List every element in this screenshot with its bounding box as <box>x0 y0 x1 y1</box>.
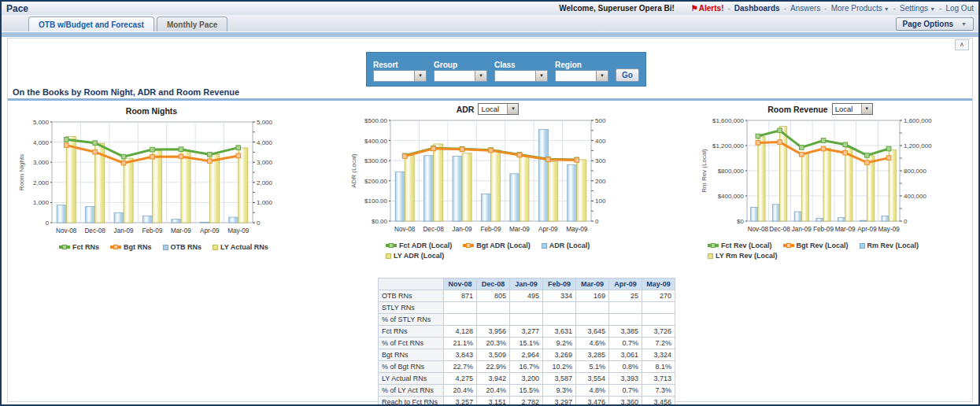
filter-region: Region▼ <box>555 61 608 82</box>
line-marker[interactable] <box>179 147 183 152</box>
bar[interactable] <box>758 137 765 221</box>
collapse-section-icon[interactable]: ∧ <box>955 39 969 50</box>
line-marker[interactable] <box>865 161 870 165</box>
bar[interactable] <box>794 212 801 221</box>
nav-answers[interactable]: Answers <box>790 4 820 13</box>
line-marker[interactable] <box>460 147 464 152</box>
nav-alerts[interactable]: ⚑Alerts! <box>691 4 724 13</box>
bar[interactable] <box>405 155 414 221</box>
line-marker[interactable] <box>489 148 494 153</box>
line-marker[interactable] <box>778 128 782 133</box>
bar[interactable] <box>395 172 405 221</box>
bar[interactable] <box>434 144 443 221</box>
filter-select-resort[interactable]: ▼ <box>373 70 427 82</box>
bar[interactable] <box>838 218 845 221</box>
bar[interactable] <box>200 222 209 223</box>
bar[interactable] <box>823 148 830 221</box>
line-marker[interactable] <box>150 147 155 152</box>
bar[interactable] <box>181 151 190 223</box>
line-marker[interactable] <box>236 153 241 158</box>
line-marker[interactable] <box>121 161 126 165</box>
bar[interactable] <box>577 160 586 221</box>
bar[interactable] <box>209 154 219 223</box>
line-marker[interactable] <box>756 141 760 146</box>
line-marker[interactable] <box>756 134 760 138</box>
line-marker[interactable] <box>431 146 436 151</box>
line-marker[interactable] <box>886 156 891 161</box>
bar[interactable] <box>424 156 434 221</box>
filter-select-class[interactable]: ▼ <box>494 70 548 82</box>
bar[interactable] <box>520 155 529 221</box>
line-marker[interactable] <box>93 149 98 154</box>
bar[interactable] <box>86 206 95 223</box>
line-marker[interactable] <box>64 138 68 142</box>
nav-more-products[interactable]: More Products▼ <box>831 4 889 13</box>
legend-line-marker <box>110 245 121 249</box>
table-cell <box>510 314 543 326</box>
bar[interactable] <box>801 153 808 221</box>
bar[interactable] <box>860 220 867 221</box>
room-revenue-measure-select[interactable]: Local▼ <box>832 103 873 115</box>
bar[interactable] <box>114 212 124 223</box>
bar[interactable] <box>453 157 462 221</box>
line-marker[interactable] <box>843 150 848 155</box>
bar[interactable] <box>568 164 577 221</box>
line-marker[interactable] <box>402 154 407 159</box>
line-marker[interactable] <box>821 138 826 143</box>
table-cell: 9.3% <box>543 385 576 397</box>
line-marker[interactable] <box>865 153 870 158</box>
bar[interactable] <box>142 216 152 223</box>
bar[interactable] <box>239 148 248 223</box>
bar[interactable] <box>882 216 889 221</box>
bar[interactable] <box>867 156 874 221</box>
bar[interactable] <box>481 194 490 221</box>
line-marker[interactable] <box>64 143 68 148</box>
bar[interactable] <box>845 147 852 221</box>
bar[interactable] <box>510 174 520 221</box>
line-marker[interactable] <box>799 146 804 150</box>
line-marker[interactable] <box>208 159 213 164</box>
bar[interactable] <box>491 150 501 221</box>
line-marker[interactable] <box>799 152 804 157</box>
tab-otb-w-budget-and-forecast[interactable]: OTB w/Budget and Forecast <box>28 17 154 31</box>
line-marker[interactable] <box>93 141 98 146</box>
bar[interactable] <box>751 207 758 221</box>
bar[interactable] <box>153 150 162 223</box>
table-cell: 0.7% <box>609 385 642 397</box>
line-marker[interactable] <box>575 158 579 163</box>
line-marker[interactable] <box>778 140 782 145</box>
line-marker[interactable] <box>517 153 522 157</box>
bar[interactable] <box>538 130 548 221</box>
legend-label: ADR (Local) <box>549 242 590 249</box>
bar[interactable] <box>889 150 896 221</box>
bar[interactable] <box>816 218 823 221</box>
bar[interactable] <box>548 161 557 221</box>
right-tick-label: 400 <box>595 138 606 145</box>
line-marker[interactable] <box>121 154 126 159</box>
bar[interactable] <box>57 205 66 223</box>
line-marker[interactable] <box>150 155 155 160</box>
adr-measure-select[interactable]: Local▼ <box>478 103 519 115</box>
nav-settings[interactable]: Settings▼ <box>900 4 935 13</box>
bar[interactable] <box>66 137 76 223</box>
line-marker[interactable] <box>179 154 183 159</box>
page-options-button[interactable]: Page Options ▼ <box>896 17 974 31</box>
bar[interactable] <box>172 220 181 223</box>
bar[interactable] <box>124 158 133 223</box>
bar[interactable] <box>229 217 239 223</box>
bar[interactable] <box>772 205 779 221</box>
line-marker[interactable] <box>886 146 891 151</box>
filter-select-region[interactable]: ▼ <box>555 70 608 82</box>
bar[interactable] <box>462 153 472 221</box>
line-marker[interactable] <box>546 157 551 162</box>
legend-line-marker <box>59 245 70 249</box>
nav-dashboards[interactable]: Dashboards <box>734 4 780 13</box>
tab-monthly-pace[interactable]: Monthly Pace <box>157 17 227 31</box>
line-marker[interactable] <box>843 142 848 147</box>
go-button[interactable]: Go <box>616 68 639 82</box>
filter-select-group[interactable]: ▼ <box>434 70 487 82</box>
line-marker[interactable] <box>236 146 241 150</box>
line-marker[interactable] <box>821 146 826 151</box>
line-marker[interactable] <box>208 153 213 157</box>
nav-log-out[interactable]: Log Out <box>945 4 974 13</box>
